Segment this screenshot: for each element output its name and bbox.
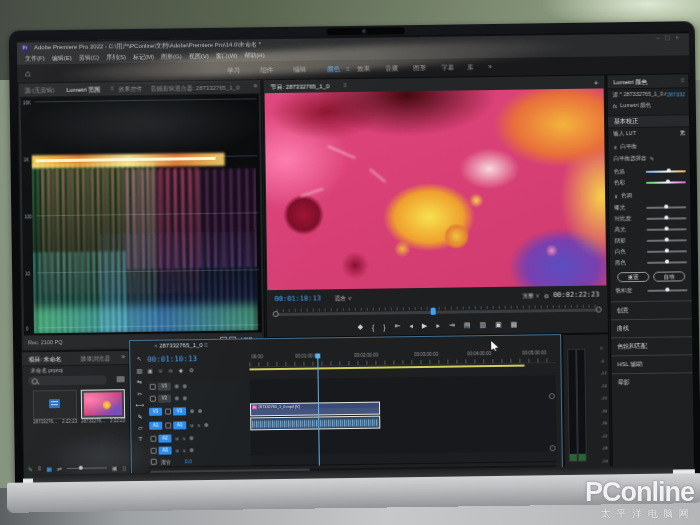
pen-tool[interactable]: ✎ [138,412,143,419]
highlights-slider[interactable] [647,228,687,231]
eyedropper-icon[interactable]: ✎ [650,155,655,161]
go-to-out-button[interactable]: ⇥ [449,322,455,330]
contrast-slider[interactable] [646,217,686,220]
snap-icon[interactable]: ∪ [159,368,163,374]
menu-edit[interactable]: 编辑(E) [52,54,72,63]
shuffle-icon[interactable]: ⇄ [57,465,62,472]
reset-button[interactable]: 重置 [617,272,649,282]
lock-icon[interactable] [150,384,156,390]
slip-tool[interactable]: ⟷ [136,401,145,408]
mic-icon[interactable] [190,448,194,452]
project-item-clip[interactable] [81,389,125,419]
mute-button[interactable]: M [175,436,178,441]
tab-source-monitor[interactable]: 源:(无剪辑) [25,86,55,95]
thumbnail-zoom-slider[interactable] [67,467,107,469]
hand-tool[interactable]: ▱ [138,424,143,431]
linked-selection-icon[interactable]: ∞ [169,367,173,373]
menu-sequence[interactable]: 序列(S) [106,53,126,62]
workspace-tab-audio[interactable]: 音频 [385,64,398,73]
tab-lumetri-color[interactable]: Lumetri 颜色 [613,78,647,89]
icon-view-icon[interactable]: ▦ [46,465,52,472]
ripple-edit-tool[interactable]: ⇆ [137,378,142,385]
section-vignette[interactable]: 晕影 [612,372,693,391]
exposure-slider[interactable] [646,206,686,209]
workspace-tab-graphics[interactable]: 图形 [413,64,426,73]
razor-tool[interactable]: ✂ [137,389,142,396]
v-scrollbar-dot[interactable] [549,393,555,399]
eye-icon[interactable] [198,409,202,413]
mute-button[interactable]: M [176,448,179,453]
temperature-slider[interactable] [646,170,686,173]
auto-button[interactable]: 自动 [653,271,685,281]
workspace-tab-assembly[interactable]: 组件 [260,66,273,75]
white-balance-group[interactable]: ∨ 白平衡 [613,142,685,150]
section-creative[interactable]: 创意 [611,300,692,319]
lift-button[interactable]: ▤ [464,321,471,329]
pen-edit-icon[interactable]: ✎ [28,465,33,472]
home-icon[interactable]: ⌂ [25,68,31,78]
workspace-tab-libraries[interactable]: 库 [467,63,474,72]
section-curves[interactable]: 曲线 [611,318,692,337]
master-gain-value[interactable]: 0.0 [185,458,192,464]
menu-window[interactable]: 窗口(W) [216,52,238,61]
solo-button[interactable]: S [198,423,201,428]
lock-icon[interactable] [151,459,157,465]
tab-effect-controls[interactable]: 效果控件 [119,85,143,94]
mute-button[interactable]: M [190,423,193,428]
sync-lock-icon[interactable] [175,396,179,400]
menu-graphics[interactable]: 图形(G) [161,52,182,61]
eye-icon[interactable] [183,396,187,400]
tab-overflow-icon[interactable]: » [254,82,258,89]
program-timecode[interactable]: 00:01:10:13 [274,294,320,303]
menu-file[interactable]: 文件(F) [25,54,45,63]
step-back-button[interactable]: ◂ [409,322,413,330]
workspace-tab-captions[interactable]: 字幕 [441,64,454,73]
program-settings-wrench-icon[interactable]: ⚙ [544,292,549,299]
program-playhead[interactable] [431,308,436,315]
project-item-sequence[interactable] [33,390,77,420]
nest-icon[interactable]: ▣ [147,368,152,374]
tab-project[interactable]: 项目: 未命名 [28,355,61,366]
extract-button[interactable]: ▥ [479,321,486,329]
lock-icon[interactable] [165,409,171,415]
whites-slider[interactable] [647,250,687,253]
audio-clip[interactable] [250,416,380,431]
add-marker-icon[interactable]: ◆ [179,367,183,373]
section-hsl-secondary[interactable]: HSL 辅助 [611,354,692,373]
workspace-tab-effects[interactable]: 效果 [357,65,370,74]
tone-group[interactable]: ∨ 色调 [614,191,686,199]
section-color-wheels[interactable]: 色轮和匹配 [611,336,692,355]
basic-correction-section-header[interactable]: 基本校正 [608,114,689,128]
saturation-slider[interactable] [647,289,687,292]
timeline-sequence-tab[interactable]: × 287332765_1_0 ≡ [154,342,208,349]
export-frame-button[interactable]: ▣ [495,321,502,329]
workspace-tab-editing[interactable]: 编辑 [293,66,306,75]
workspace-tab-color[interactable]: 颜色 [327,65,340,74]
new-bin-icon[interactable]: ▣ [112,464,118,471]
comparison-view-button[interactable]: ▩ [511,321,518,329]
track-select-tool[interactable]: ▥ [137,366,143,373]
mark-out-button[interactable]: } [383,323,385,330]
tab-lumetri-scopes[interactable]: Lumetri 范围 [67,85,101,96]
list-view-icon[interactable]: ≡ [38,465,42,471]
lock-icon[interactable] [150,436,156,442]
sync-lock-icon[interactable] [175,384,179,388]
go-to-in-button[interactable]: ⇤ [395,322,401,330]
fx-badge-icon[interactable]: fx [613,103,617,109]
lock-icon[interactable] [151,448,157,454]
solo-button[interactable]: S [183,448,186,453]
workspace-overflow-icon[interactable]: » [488,63,492,70]
selection-tool[interactable]: ↖ [137,355,142,362]
menu-markers[interactable]: 标记(M) [133,53,154,62]
timeline-settings-wrench-icon[interactable]: ⚙ [189,367,194,373]
video-clip[interactable]: fx287332765_1_0.mp4 [V] [250,402,380,417]
program-scrubber[interactable] [277,305,598,317]
tab-audio-clip-mixer[interactable]: 音频剪辑混合器: 287332765_1_0 [150,84,239,94]
menu-clip[interactable]: 剪辑(C) [79,53,99,62]
scrubber-handle-left[interactable] [273,311,279,317]
blacks-slider[interactable] [647,261,687,264]
mic-icon[interactable] [189,436,193,440]
timeline-timecode[interactable]: 00:01:10:13 [147,354,197,364]
playback-resolution-dropdown[interactable]: 完整 ∨ [523,292,540,299]
solo-button[interactable]: S [183,436,186,441]
